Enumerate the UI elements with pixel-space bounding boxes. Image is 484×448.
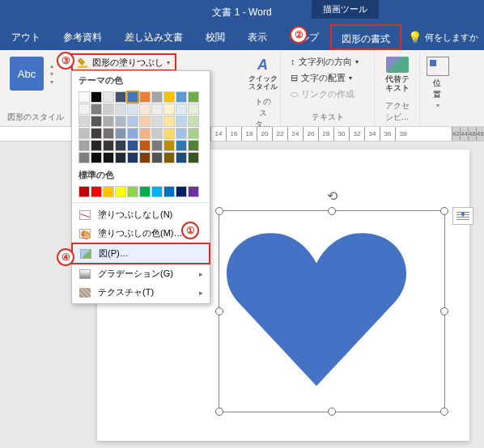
resize-handle-nw[interactable] [215, 207, 223, 215]
color-swatch[interactable] [79, 104, 90, 115]
color-swatch[interactable] [103, 152, 114, 163]
color-swatch[interactable] [91, 116, 102, 127]
color-swatch[interactable] [163, 152, 175, 163]
color-swatch[interactable] [115, 116, 126, 127]
color-swatch[interactable] [163, 128, 175, 139]
color-swatch[interactable] [79, 116, 90, 127]
tell-me-search[interactable]: 💡 何をしますか [408, 31, 478, 44]
color-swatch[interactable] [139, 140, 151, 151]
color-swatch[interactable] [139, 152, 151, 163]
color-swatch[interactable] [176, 91, 187, 103]
tab-references[interactable]: 参考資料 [52, 24, 113, 50]
quick-style-button[interactable]: A クイック スタイル [252, 53, 274, 95]
color-swatch[interactable] [115, 140, 126, 151]
tab-mailings[interactable]: 差し込み文書 [113, 24, 194, 50]
color-swatch[interactable] [79, 91, 90, 103]
color-swatch[interactable] [188, 104, 199, 115]
color-swatch[interactable] [163, 140, 175, 151]
shape-style-preset[interactable]: Abc [10, 57, 44, 91]
tab-shape-format[interactable]: 図形の書式 [330, 24, 401, 50]
color-swatch[interactable] [139, 104, 151, 115]
color-swatch[interactable] [91, 140, 102, 151]
color-swatch[interactable] [188, 140, 199, 151]
color-swatch[interactable] [163, 116, 175, 127]
texture-fill-item[interactable]: テクスチャ(T)▸ [72, 283, 210, 302]
color-swatch[interactable] [139, 186, 151, 197]
color-swatch[interactable] [115, 104, 126, 115]
color-swatch[interactable] [176, 128, 187, 139]
layout-options-button[interactable] [452, 207, 473, 225]
color-swatch[interactable] [79, 128, 90, 139]
resize-handle-s[interactable] [328, 408, 336, 416]
color-swatch[interactable] [103, 128, 114, 139]
color-swatch[interactable] [91, 91, 102, 103]
color-swatch[interactable] [115, 152, 126, 163]
color-swatch[interactable] [127, 186, 138, 197]
shape-fill-dropdown[interactable]: 図形の塗りつぶし ▾ [71, 53, 176, 71]
color-swatch[interactable] [79, 152, 90, 163]
submenu-arrow-icon: ▸ [199, 289, 203, 297]
picture-fill-item[interactable]: 図(P)… [71, 243, 210, 264]
resize-handle-sw[interactable] [215, 408, 223, 416]
color-swatch[interactable] [188, 186, 199, 197]
color-swatch[interactable] [127, 152, 138, 163]
color-swatch[interactable] [79, 140, 90, 151]
color-swatch[interactable] [151, 128, 163, 139]
color-swatch[interactable] [163, 91, 175, 103]
color-swatch[interactable] [103, 140, 114, 151]
resize-handle-e[interactable] [440, 307, 448, 315]
tab-layout-partial[interactable]: アウト [0, 24, 52, 50]
color-swatch[interactable] [139, 116, 151, 127]
tab-view[interactable]: 表示 [236, 24, 278, 50]
color-swatch[interactable] [176, 152, 187, 163]
color-swatch[interactable] [127, 116, 138, 127]
color-swatch[interactable] [176, 186, 187, 197]
color-swatch[interactable] [139, 91, 151, 103]
color-swatch[interactable] [151, 104, 163, 115]
color-swatch[interactable] [151, 186, 163, 197]
color-swatch[interactable] [188, 152, 199, 163]
tab-review[interactable]: 校閲 [194, 24, 236, 50]
color-swatch[interactable] [91, 128, 102, 139]
resize-handle-ne[interactable] [440, 207, 448, 215]
color-swatch[interactable] [91, 186, 102, 197]
color-swatch[interactable] [188, 128, 199, 139]
color-swatch[interactable] [115, 91, 126, 103]
color-swatch[interactable] [127, 104, 138, 115]
color-swatch[interactable] [176, 116, 187, 127]
color-swatch[interactable] [151, 116, 163, 127]
color-swatch[interactable] [151, 140, 163, 151]
resize-handle-w[interactable] [215, 307, 223, 315]
text-align-button[interactable]: ⊟文字の配置▾ [291, 70, 364, 86]
color-swatch[interactable] [127, 128, 138, 139]
color-swatch[interactable] [127, 91, 138, 103]
color-swatch[interactable] [127, 140, 138, 151]
color-swatch[interactable] [103, 91, 114, 103]
color-swatch[interactable] [115, 186, 126, 197]
color-swatch[interactable] [188, 91, 199, 103]
color-swatch[interactable] [163, 104, 175, 115]
color-swatch[interactable] [188, 116, 199, 127]
heart-shape[interactable] [219, 226, 414, 395]
position-button[interactable]: 位置 ▾ [427, 53, 449, 112]
color-swatch[interactable] [115, 128, 126, 139]
color-swatch[interactable] [176, 140, 187, 151]
color-swatch[interactable] [91, 152, 102, 163]
shape-selection-frame[interactable]: ⟲ [219, 210, 445, 412]
gradient-fill-item[interactable]: グラデーション(G)▸ [72, 264, 210, 283]
text-direction-button[interactable]: ↕文字列の方向▾ [291, 53, 364, 70]
alt-text-button[interactable]: 代替テ キスト [381, 53, 413, 95]
color-swatch[interactable] [103, 116, 114, 127]
color-swatch[interactable] [103, 104, 114, 115]
rotate-handle[interactable]: ⟲ [327, 188, 338, 204]
color-swatch[interactable] [151, 91, 163, 103]
color-swatch[interactable] [79, 186, 90, 197]
color-swatch[interactable] [103, 186, 114, 197]
color-swatch[interactable] [151, 152, 163, 163]
resize-handle-n[interactable] [328, 207, 336, 215]
color-swatch[interactable] [163, 186, 175, 197]
color-swatch[interactable] [91, 104, 102, 115]
color-swatch[interactable] [176, 104, 187, 115]
color-swatch[interactable] [139, 128, 151, 139]
resize-handle-se[interactable] [440, 408, 448, 416]
